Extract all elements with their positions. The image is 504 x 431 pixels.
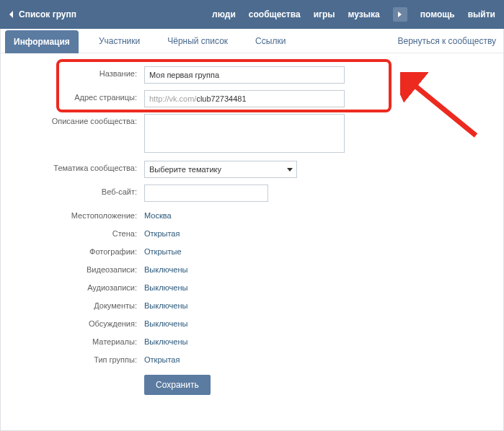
nav-communities[interactable]: сообщества	[249, 9, 301, 19]
url-input[interactable]: http://vk.com/club72734481	[144, 90, 345, 107]
label-materials: Материалы:	[25, 334, 144, 346]
save-button[interactable]: Сохранить	[144, 375, 211, 395]
label-url: Адрес страницы:	[25, 90, 144, 102]
label-photos: Фотографии:	[25, 244, 144, 256]
nav-people[interactable]: люди	[212, 9, 236, 19]
tabs-bar: Информация Участники Чёрный список Ссылк…	[1, 29, 503, 53]
nav-more-icon[interactable]	[393, 7, 407, 22]
tab-info[interactable]: Информация	[5, 30, 79, 53]
tab-links[interactable]: Ссылки	[248, 30, 293, 51]
content-container: Информация Участники Чёрный список Ссылк…	[0, 29, 504, 431]
docs-value[interactable]: Выключены	[144, 298, 187, 310]
label-audios: Аудиозаписи:	[25, 280, 144, 292]
page-title: Список групп	[19, 9, 76, 19]
settings-form: Название: Адрес страницы: http://vk.com/…	[1, 53, 503, 409]
label-docs: Документы:	[25, 298, 144, 310]
back-arrow-icon[interactable]	[9, 11, 14, 18]
label-discuss: Обсуждения:	[25, 316, 144, 328]
topbar: Список групп люди сообщества игры музыка…	[0, 0, 504, 29]
nav-help[interactable]: помощь	[420, 9, 455, 19]
videos-value[interactable]: Выключены	[144, 262, 187, 274]
label-desc: Описание сообщества:	[25, 114, 144, 125]
label-location: Местоположение:	[25, 208, 144, 220]
photos-value[interactable]: Открытые	[144, 244, 182, 256]
nav-games[interactable]: игры	[314, 9, 335, 19]
location-value[interactable]: Москва	[144, 208, 172, 220]
label-site: Веб-сайт:	[25, 185, 144, 196]
url-prefix: http://vk.com/	[149, 94, 196, 103]
top-nav: люди сообщества игры музыка помощь выйти	[212, 7, 495, 22]
label-topic: Тематика сообщества:	[25, 161, 144, 172]
website-input[interactable]	[144, 185, 268, 202]
wall-value[interactable]: Открытая	[144, 226, 180, 238]
url-slug: club72734481	[196, 94, 246, 103]
nav-logout[interactable]: выйти	[468, 9, 495, 19]
label-wall: Стена:	[25, 226, 144, 238]
tab-members[interactable]: Участники	[92, 30, 147, 51]
topic-select[interactable]: Выберите тематику	[144, 161, 297, 178]
label-videos: Видеозаписи:	[25, 262, 144, 274]
name-input[interactable]	[144, 66, 345, 84]
label-name: Название:	[25, 66, 144, 78]
discussions-value[interactable]: Выключены	[144, 316, 187, 328]
audios-value[interactable]: Выключены	[144, 280, 187, 292]
return-to-community-link[interactable]: Вернуться к сообществу	[397, 36, 496, 46]
label-type: Тип группы:	[25, 352, 144, 364]
materials-value[interactable]: Выключены	[144, 334, 187, 346]
description-textarea[interactable]	[144, 114, 345, 153]
group-type-value[interactable]: Открытая	[144, 352, 180, 364]
nav-music[interactable]: музыка	[348, 9, 380, 19]
tab-blacklist[interactable]: Чёрный список	[160, 30, 235, 51]
